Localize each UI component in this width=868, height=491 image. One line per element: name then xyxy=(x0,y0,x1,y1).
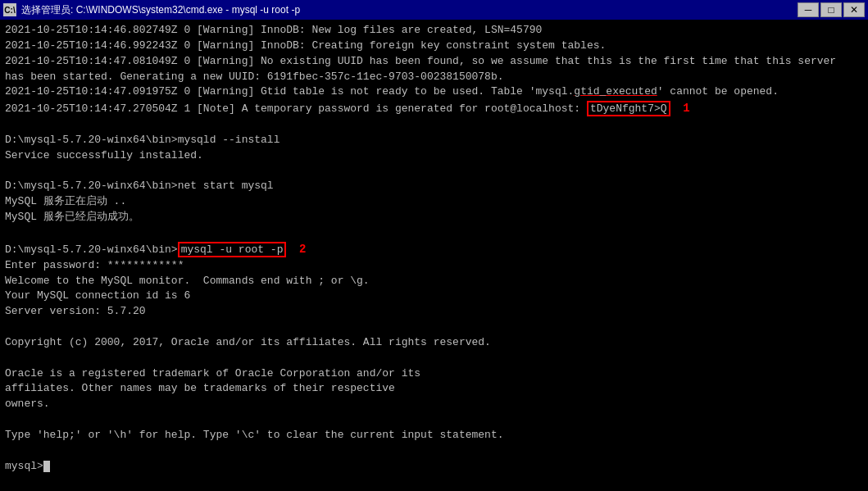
terminal-line-13: Enter password: ************ xyxy=(5,258,863,274)
terminal-line-16: Server version: 5.7.20 xyxy=(5,304,863,320)
maximize-button[interactable]: □ xyxy=(820,2,842,17)
terminal-line-18: Oracle is a registered trademark of Orac… xyxy=(5,366,863,382)
terminal-line-4: has been started. Generating a new UUID:… xyxy=(5,70,863,85)
gtid-executed-text: gtid_executed xyxy=(574,85,657,98)
terminal-line-5: 2021-10-25T10:14:47.091975Z 0 [Warning] … xyxy=(5,84,863,100)
cursor xyxy=(43,461,50,472)
terminal-blank-5 xyxy=(5,351,863,366)
terminal-line-8: Service successfully installed. xyxy=(5,148,863,164)
annotation-2: 2 xyxy=(299,243,306,256)
terminal-blank-6 xyxy=(5,412,863,428)
terminal-line-7: D:\mysql-5.7.20-winx64\bin>mysqld --inst… xyxy=(5,133,863,148)
terminal-line-6: 2021-10-25T10:14:47.270504Z 1 [Note] A t… xyxy=(5,100,863,117)
terminal-line-14: Welcome to the MySQL monitor. Commands e… xyxy=(5,274,863,289)
terminal-blank-4 xyxy=(5,320,863,335)
mysql-command: mysql -u root -p xyxy=(178,242,287,257)
terminal-line-1: 2021-10-25T10:14:46.802749Z 0 [Warning] … xyxy=(5,23,863,39)
terminal-blank-2 xyxy=(5,164,863,180)
terminal-line-2: 2021-10-25T10:14:46.992243Z 0 [Warning] … xyxy=(5,39,863,54)
terminal-prompt: mysql> xyxy=(5,459,863,475)
cmd-icon: C:\ xyxy=(3,3,16,16)
terminal-line-17: Copyright (c) 2000, 2017, Oracle and/or … xyxy=(5,335,863,351)
terminal-line-3: 2021-10-25T10:14:47.081049Z 0 [Warning] … xyxy=(5,54,863,70)
temp-password: tDyeNfght7>Q xyxy=(587,101,670,116)
close-button[interactable]: ✕ xyxy=(843,2,865,17)
terminal-line-10: MySQL 服务正在启动 .. xyxy=(5,194,863,210)
annotation-1: 1 xyxy=(683,102,689,115)
terminal-line-19: affiliates. Other names may be trademark… xyxy=(5,381,863,397)
titlebar-controls[interactable]: ─ □ ✕ xyxy=(798,2,865,17)
minimize-button[interactable]: ─ xyxy=(798,2,819,17)
terminal-line-11: MySQL 服务已经启动成功。 xyxy=(5,210,863,225)
terminal-blank-7 xyxy=(5,443,863,459)
terminal-line-21: Type 'help;' or '\h' for help. Type '\c'… xyxy=(5,428,863,443)
terminal-line-20: owners. xyxy=(5,397,863,412)
terminal-blank-1 xyxy=(5,117,863,133)
terminal-output: 2021-10-25T10:14:46.802749Z 0 [Warning] … xyxy=(0,20,868,491)
titlebar-left: C:\ 选择管理员: C:\WINDOWS\system32\cmd.exe -… xyxy=(3,3,300,17)
terminal-blank-3 xyxy=(5,225,863,241)
terminal-line-15: Your MySQL connection id is 6 xyxy=(5,289,863,304)
titlebar-title: 选择管理员: C:\WINDOWS\system32\cmd.exe - mys… xyxy=(21,3,300,17)
terminal-line-12: D:\mysql-5.7.20-winx64\bin>mysql -u root… xyxy=(5,241,863,258)
terminal-line-9: D:\mysql-5.7.20-winx64\bin>net start mys… xyxy=(5,179,863,194)
titlebar: C:\ 选择管理员: C:\WINDOWS\system32\cmd.exe -… xyxy=(0,0,868,20)
